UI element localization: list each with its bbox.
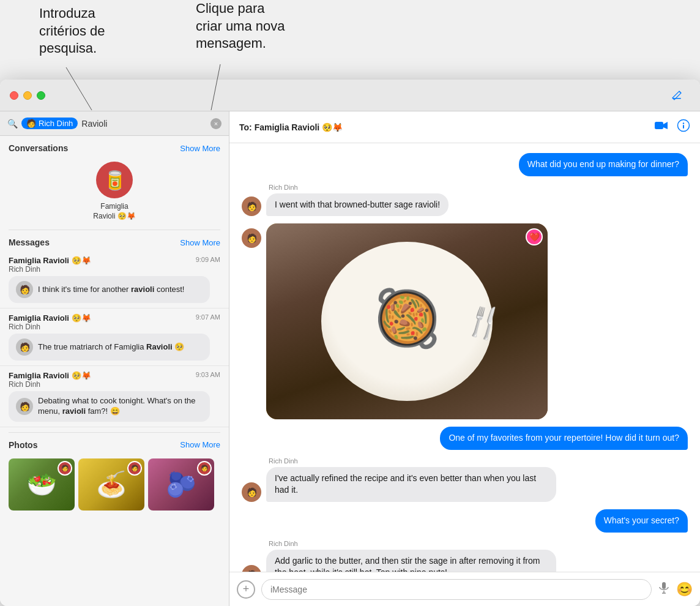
message-row-outgoing: One of my favorites from your repertoire…: [242, 427, 688, 450]
message-bubble: What's your secret?: [595, 509, 688, 533]
messages-show-more[interactable]: Show More: [180, 238, 220, 247]
message-list-item[interactable]: Famiglia Ravioli 🥺🦊 Rich Dinh 9:03 AM 🧑 …: [0, 366, 229, 427]
audio-input-button[interactable]: [658, 582, 670, 597]
search-clear-button[interactable]: ×: [210, 118, 222, 129]
msg-preview-text: Debating what to cook tonight. What's on…: [38, 396, 203, 417]
message-bubble: One of my favorites from your repertoire…: [440, 427, 688, 450]
msg-sender-sub: Rich Dinh: [9, 323, 91, 331]
msg-col: What did you end up making for dinner?: [519, 153, 688, 176]
sender-name-label: Rich Dinh: [269, 457, 556, 465]
sidebar: 🔍 🧑 Rich Dinh × Conversations Show More …: [0, 111, 229, 606]
video-call-icon[interactable]: [655, 120, 668, 134]
msg-col: Rich Dinh Add garlic to the butter, and …: [266, 540, 556, 572]
conversation-item[interactable]: 🥫 FamigliaRavioli 🥺🦊: [0, 157, 229, 230]
reaction-badge: ❤️: [526, 228, 543, 245]
chat-header: To: Famiglia Ravioli 🥺🦊: [229, 111, 700, 143]
chat-panel: To: Famiglia Ravioli 🥺🦊: [229, 111, 700, 606]
message-bubble: I've actually refined the recipe and it'…: [266, 467, 556, 502]
photo-thumb[interactable]: 🥗 🧑: [9, 458, 75, 511]
msg-preview-avatar: 🧑: [16, 339, 33, 356]
photos-show-more[interactable]: Show More: [180, 440, 220, 449]
bubble-avatar: 🧑: [242, 196, 261, 216]
emoji-button[interactable]: 😊: [676, 582, 693, 597]
msg-col: Rich Dinh I went with that browned-butte…: [266, 184, 449, 217]
msg-time: 9:03 AM: [196, 371, 220, 378]
bubble-avatar: 🧑: [242, 482, 261, 502]
add-attachment-button[interactable]: +: [237, 580, 255, 599]
msg-time: 9:09 AM: [196, 256, 220, 263]
chat-header-icons: [655, 119, 690, 135]
message-bubble: What did you end up making for dinner?: [519, 153, 688, 176]
close-button[interactable]: [10, 91, 18, 100]
input-area: + 😊: [229, 572, 700, 606]
photo-avatar-overlay: 🧑: [127, 461, 142, 476]
search-tag-emoji: 🧑: [26, 119, 36, 128]
main-content: 🔍 🧑 Rich Dinh × Conversations Show More …: [0, 111, 700, 606]
photo-thumb[interactable]: 🍝 🧑: [78, 458, 144, 511]
sender-name-label: Rich Dinh: [269, 184, 449, 191]
msg-col: What's your secret?: [595, 509, 688, 533]
search-icon: 🔍: [7, 119, 18, 129]
msg-preview-avatar: 🧑: [16, 398, 33, 415]
msg-sender: Famiglia Ravioli 🥺🦊: [9, 256, 91, 265]
search-bar: 🔍 🧑 Rich Dinh ×: [0, 111, 229, 136]
svg-rect-7: [662, 582, 666, 589]
messages-area: What did you end up making for dinner? 🧑…: [229, 143, 700, 572]
conversations-show-more[interactable]: Show More: [180, 144, 220, 153]
msg-sender-sub: Rich Dinh: [9, 265, 91, 274]
photo-thumb[interactable]: 🫐 🧑: [148, 458, 214, 511]
msg-item-header: Famiglia Ravioli 🥺🦊 Rich Dinh 9:07 AM: [9, 313, 220, 331]
chat-title: To: Famiglia Ravioli 🥺🦊: [239, 122, 649, 132]
conversations-header: Conversations Show More: [0, 136, 229, 157]
search-tag-label: Rich Dinh: [39, 119, 73, 128]
sender-name-label: Rich Dinh: [269, 540, 556, 547]
msg-preview-text: The true matriarch of Famiglia Ravioli 🥺: [38, 342, 184, 353]
message-row-outgoing: What did you end up making for dinner?: [242, 153, 688, 176]
msg-bubble-preview: 🧑 Debating what to cook tonight. What's …: [9, 391, 210, 422]
image-bubble[interactable]: 🥘 🍴: [266, 223, 548, 419]
message-list-item[interactable]: Famiglia Ravioli 🥺🦊 Rich Dinh 9:07 AM 🧑 …: [0, 309, 229, 366]
annotation-left-line: [0, 0, 184, 80]
message-row-incoming: 🧑 Rich Dinh I've actually refined the re…: [242, 457, 688, 502]
svg-point-5: [683, 122, 684, 124]
traffic-lights: [10, 91, 45, 100]
msg-sender: Famiglia Ravioli 🥺🦊: [9, 371, 91, 380]
message-bubble: I went with that browned-butter sage rav…: [266, 193, 449, 217]
chat-recipient: Famiglia Ravioli 🥺🦊: [255, 122, 343, 132]
messages-title: Messages: [9, 238, 50, 247]
compose-button[interactable]: [668, 87, 685, 104]
to-label: To:: [239, 122, 252, 132]
message-row-incoming: 🧑 Rich Dinh I went with that browned-but…: [242, 184, 688, 217]
photo-avatar-overlay: 🧑: [58, 461, 72, 476]
bubble-avatar: 🧑: [242, 565, 261, 572]
image-bg: 🥘 🍴: [266, 223, 548, 419]
svg-rect-3: [655, 122, 663, 129]
fullscreen-button[interactable]: [37, 91, 45, 100]
annotation-right: Clique para criar uma nova mensagem.: [196, 0, 285, 53]
info-icon[interactable]: [677, 119, 690, 135]
photos-section-header: Photos Show More: [0, 433, 229, 454]
photos-title: Photos: [9, 440, 37, 450]
msg-bubble-preview: 🧑 The true matriarch of Famiglia Ravioli…: [9, 334, 210, 361]
minimize-button[interactable]: [23, 91, 32, 100]
bubble-avatar: 🧑: [242, 228, 261, 248]
msg-preview-avatar: 🧑: [16, 281, 33, 298]
message-bubble: Add garlic to the butter, and then stir …: [266, 550, 556, 572]
message-row-image: 🧑 🥘 🍴: [242, 223, 688, 419]
message-input[interactable]: [261, 579, 652, 600]
msg-sender: Famiglia Ravioli 🥺🦊: [9, 313, 91, 323]
conv-name: FamigliaRavioli 🥺🦊: [93, 202, 135, 221]
annotation-right-line: [0, 0, 306, 83]
msg-col: Rich Dinh I've actually refined the reci…: [266, 457, 556, 502]
messages-section-header: Messages Show More: [0, 230, 229, 251]
titlebar: [0, 80, 700, 111]
msg-time: 9:07 AM: [196, 313, 220, 321]
msg-preview-text: I think it's time for another ravioli co…: [38, 285, 184, 295]
msg-col: One of my favorites from your repertoire…: [440, 427, 688, 450]
search-input[interactable]: [81, 119, 207, 129]
msg-item-header: Famiglia Ravioli 🥺🦊 Rich Dinh 9:03 AM: [9, 371, 220, 389]
message-row-incoming: 🧑 Rich Dinh Add garlic to the butter, an…: [242, 540, 688, 572]
annotation-left: Introduza critérios de pesquisa.: [39, 5, 105, 58]
message-list-item[interactable]: Famiglia Ravioli 🥺🦊 Rich Dinh 9:09 AM 🧑 …: [0, 251, 229, 309]
photos-grid: 🥗 🧑 🍝 🧑 🫐 🧑: [0, 454, 229, 519]
